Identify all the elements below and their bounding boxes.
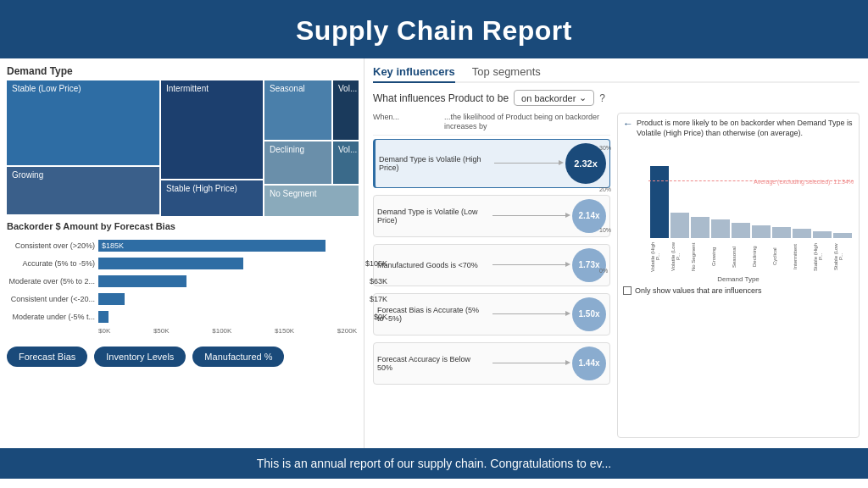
influencer-row-2[interactable]: Manufactured Goods is <70%1.73x [373,244,610,286]
chart-side: ← Product is more likely to be on backor… [617,113,860,438]
demand-type-title: Demand Type [7,65,357,77]
influencers-checkbox[interactable] [623,286,632,295]
bar-track-4: $0K [98,311,357,323]
bar-label-1: Accurate (5% to -5%) [7,259,98,268]
page-header: Supply Chain Report [0,0,868,58]
tabs: Key influencers Top segments [373,65,860,83]
influencer-text-4: Forecast Accuracy is Below 50% [377,355,487,372]
vbar-label-6: Cyclical [772,240,791,274]
x-axis-label-2: $100K [212,327,231,335]
right-panel: Key influencers Top segments What influe… [364,58,868,448]
vbar-0 [650,166,669,238]
average-label: Average (excluding selected): 11.34% [754,179,854,185]
treemap-cell-vol-mid[interactable]: Vol... [333,141,359,184]
influencer-text-0: Demand Type is Volatile (High Price) [379,155,489,172]
bar-label-4: Moderate under (-5% t... [7,313,98,321]
bar-chart-section: Backorder $ Amount by Forecast Bias Cons… [7,221,357,338]
influencer-arrow-2 [492,264,567,265]
bar-value-inside-0: $185K [98,241,124,250]
influencer-arrow-1 [492,215,567,216]
y-axis-label-3: 0% [599,268,611,274]
help-icon[interactable]: ? [599,92,605,104]
treemap-label-vol-mid: Vol... [338,145,357,154]
treemap-label-declining: Declining [270,145,304,154]
vbar-labels: Volatile (High P...Volatile (Low P...No … [648,238,854,274]
tab-key-influencers[interactable]: Key influencers [373,65,455,83]
chart-note: ← Product is more likely to be on backor… [623,119,854,138]
y-axis-label-1: 20% [599,186,611,192]
treemap-cell-stable-low[interactable]: Stable (Low Price) [7,80,159,165]
treemap-cell-intermittent[interactable]: Intermittent [161,80,263,179]
bar-row-3: Consistent under (<-20...$17K [7,291,357,307]
vbar-label-4: Seasonal [732,240,750,274]
treemap-cell-stable-high[interactable]: Stable (High Price) [161,180,263,216]
bar-row-2: Moderate over (5% to 2...$63K [7,274,357,289]
chart-note-text: Product is more likely to be on backorde… [637,119,854,138]
treemap-label-vol-top: Vol... [338,84,357,93]
bar-fill-1 [98,258,243,269]
vbar-label-8: Stable (High P... [813,240,832,274]
dropdown-value: on backorder [521,93,576,103]
y-axis-labels: 30%20%10%0% [599,145,611,274]
bar-track-1: $105K [98,258,357,269]
bar-fill-4 [98,311,108,323]
influencer-row-4[interactable]: Forecast Accuracy is Below 50%1.44x [373,342,610,385]
bar-fill-0: $185K [98,240,326,252]
treemap-col3: Seasonal Vol... Declining Vol... No Segm… [264,80,359,216]
vbar-5 [752,225,771,238]
forecast-bias-button[interactable]: Forecast Bias [7,347,87,367]
bar-track-3: $17K [98,293,357,305]
bar-row-4: Moderate under (-5% t...$0K [7,309,357,324]
influencer-text-1: Demand Type is Volatile (Low Price) [377,208,487,225]
left-panel: Demand Type Stable (Low Price) Growing I… [0,58,364,448]
influencer-arrow-3 [492,313,567,314]
influencer-text-2: Manufactured Goods is <70% [377,261,487,269]
influencer-row-0[interactable]: Demand Type is Volatile (High Price)2.32… [373,139,610,188]
right-content: When... ...the likelihood of Product bei… [373,113,860,438]
x-axis: $0K$50K$100K$150K$200K [7,327,357,335]
treemap-cell-declining[interactable]: Declining [264,141,331,184]
checkbox-row: Only show values that are influencers [623,286,854,295]
vbar-label-5: Declining [752,240,771,274]
main-content: Demand Type Stable (Low Price) Growing I… [0,58,868,448]
treemap-col1: Stable (Low Price) Growing [7,80,159,216]
treemap-cell-growing[interactable]: Growing [7,167,159,214]
manufactured-pct-button[interactable]: Manufactured % [192,347,284,367]
influencer-arrow-4 [492,363,567,363]
treemap-cell-seasonal[interactable]: Seasonal [264,80,331,140]
y-axis-label-2: 10% [599,227,611,233]
bar-track-0: $185K [98,240,357,252]
bar-value-outside-1: $105K [365,259,387,268]
bar-fill-2 [98,275,186,287]
bar-row-1: Accurate (5% to -5%)$105K [7,256,357,271]
treemap-cell-no-segment[interactable]: No Segment [264,186,359,216]
bar-label-2: Moderate over (5% to 2... [7,277,98,286]
y-axis-label-0: 30% [599,145,611,151]
vbar-label-9: Stable (Low P... [833,240,852,274]
tab-top-segments[interactable]: Top segments [472,65,541,81]
question-text: What influences Product to be [373,92,509,104]
vbar-3 [711,219,730,238]
vbar-2 [691,217,709,238]
treemap-cell-vol-top[interactable]: Vol... [333,80,359,140]
bar-label-3: Consistent under (<-20... [7,295,98,303]
influencer-table: When... ...the likelihood of Product bei… [373,113,610,438]
vbar-label-1: Volatile (Low P... [670,240,689,274]
vbar-1 [670,213,689,238]
influencer-question: What influences Product to be on backord… [373,90,860,106]
influencer-bubble-3: 1.50x [572,297,606,331]
treemap-col2: Intermittent Stable (High Price) [161,80,263,216]
influencer-row-3[interactable]: Forecast Bias is Accurate (5% to -5%)1.5… [373,293,610,336]
treemap-label-growing: Growing [12,170,43,180]
back-arrow-icon[interactable]: ← [623,118,633,131]
chevron-down-icon: ⌄ [579,92,587,103]
checkbox-label: Only show values that are influencers [635,286,762,295]
inventory-levels-button[interactable]: Inventory Levels [94,347,186,367]
x-axis-label-1: $50K [153,327,170,335]
header-likelihood: ...the likelihood of Product being on ba… [441,113,610,131]
vbar-8 [813,231,832,238]
backorder-dropdown[interactable]: on backorder ⌄ [514,90,594,106]
footer: This is an annual report of our supply c… [0,448,868,479]
influencer-row-1[interactable]: Demand Type is Volatile (Low Price)2.14x [373,195,610,237]
demand-type-treemap[interactable]: Stable (Low Price) Growing Intermittent … [7,80,359,216]
